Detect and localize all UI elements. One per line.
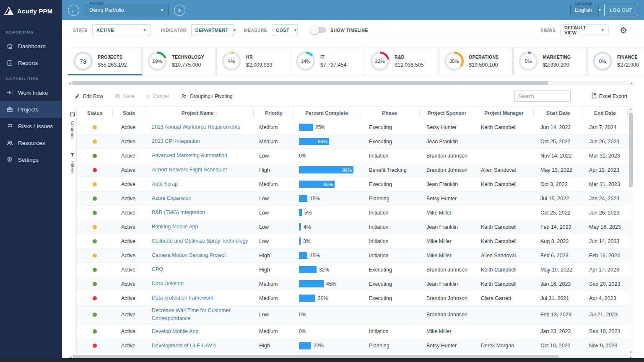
kpi-card-finance[interactable]: 0%FINANCE$272,000 [587, 47, 644, 75]
sidebar-item-work-intake[interactable]: Work Intake [0, 84, 62, 101]
table-row[interactable]: ActiveAuto ScrapMedium65%ExecutingJean F… [77, 177, 628, 191]
columns-tab[interactable]: Columns [68, 111, 76, 139]
save-button[interactable]: Save [115, 93, 135, 99]
state-filter-select[interactable]: ACTIVE ▼ [92, 24, 151, 36]
cell-status [77, 181, 113, 188]
project-name-link[interactable]: Data Deletion [145, 279, 254, 289]
edit-row-button[interactable]: Edit Row [75, 93, 103, 99]
column-header-percent-complete[interactable]: Percent Complete [294, 110, 359, 116]
sidebar-item-projects[interactable]: Projects [0, 101, 62, 118]
scroll-down-icon[interactable]: ▼ [628, 349, 633, 354]
table-row[interactable]: ActiveCamera Motion Sensing ProjectHigh1… [77, 248, 628, 263]
table-row[interactable]: ActiveAirport Network Flight SchedulerHi… [77, 163, 628, 177]
excel-export-button[interactable]: Excel Export [592, 93, 627, 100]
indicator-filter-select[interactable]: DEPARTMENT ▼ [191, 24, 234, 36]
kpi-card-technology[interactable]: 19%TECHNOLOGY$10,775,000 [142, 47, 216, 75]
views-select[interactable]: DEFAULT VIEW ▼ [560, 24, 609, 36]
kpi-card-hr[interactable]: 4%HR$2,009,933 [216, 47, 290, 75]
project-name-link[interactable]: Decrease Wait Time for Customer Correspo… [145, 305, 254, 324]
project-name-link[interactable]: CPQ [145, 264, 254, 275]
table-row[interactable]: ActiveB&B (TMG) IntegrationLow5%Initiati… [77, 206, 628, 220]
cell-phase: Executing [359, 280, 420, 288]
scroll-up-icon[interactable]: ▲ [628, 106, 633, 111]
table-row[interactable]: ActiveDevelop Mobile AppMedium0%Initiati… [77, 325, 628, 339]
cancel-button[interactable]: × Cancel [146, 93, 169, 99]
portfolio-select[interactable]: Portfolio Demo Portfolio ▼ [85, 4, 169, 16]
kpi-horizontal-scrollbar[interactable]: ◄ ► [68, 81, 634, 85]
table-row[interactable]: ActiveCPQHigh32%ExecutingBrandon Johnson… [77, 263, 628, 277]
project-name-link[interactable]: Azure Expansion [145, 193, 254, 204]
table-row[interactable]: ActiveData DeletionMedium45%ExecutingJea… [77, 277, 628, 291]
table-row[interactable]: ActiveAzure ExpansionLow15%PlanningBetsy… [77, 191, 628, 206]
cell-status [77, 124, 113, 131]
cell-start-date: Feb 6, 2023 [534, 251, 582, 260]
scroll-right-icon[interactable]: ► [629, 81, 634, 85]
cell-status [77, 328, 113, 335]
scrollbar-thumb[interactable] [73, 81, 548, 85]
show-timeline-toggle[interactable] [311, 27, 326, 33]
cell-start-date: Feb 14, 2023 [534, 223, 582, 231]
column-header-state[interactable]: State [113, 110, 145, 116]
logout-button[interactable]: LOG OUT [604, 4, 638, 16]
column-header-phase[interactable]: Phase [359, 110, 420, 116]
filters-tab[interactable]: Filters [68, 151, 76, 173]
project-name-link[interactable]: Airport Network Flight Scheduler [145, 165, 254, 175]
back-button[interactable]: ← [68, 5, 79, 16]
status-dot-green [93, 154, 97, 158]
sidebar-item-settings[interactable]: ⚙Settings [0, 151, 62, 168]
table-row[interactable]: ActiveData protection frameworkMedium30%… [77, 291, 628, 305]
chevron-down-icon: ▼ [228, 28, 236, 32]
table-row[interactable]: ActiveDecrease Wait Time for Customer Co… [77, 305, 628, 325]
kpi-card-projects[interactable]: 73PROJECTS$55,263,192 [68, 47, 142, 75]
kpi-card-r-d[interactable]: 22%R&D$12,038,505 [365, 47, 439, 75]
project-name-link[interactable]: Develop Mobile App [145, 326, 254, 337]
column-header-status[interactable]: Status [77, 110, 113, 116]
table-vertical-scrollbar[interactable]: ▲ ▼ [628, 106, 633, 355]
scroll-left-icon[interactable]: ◄ [68, 81, 73, 85]
language-select[interactable]: Language English ▼ [570, 4, 599, 16]
column-header-project-manager[interactable]: Project Manager [474, 110, 534, 116]
table-row[interactable]: Active2023 Annual Workforce Requirements… [77, 120, 628, 134]
cell-start-date: Nov 14, 2022 [534, 152, 582, 160]
search-input[interactable] [514, 90, 571, 102]
progress-bar [299, 266, 317, 273]
project-name-link[interactable]: B&B (TMG) Integration [145, 207, 254, 218]
project-name-link[interactable]: Development of ULE-UAV's [145, 341, 254, 351]
sidebar-item-resources[interactable]: Resources [0, 134, 62, 151]
sidebar-item-dashboard[interactable]: Dashboard [0, 38, 62, 54]
kpi-label: TECHNOLOGY [172, 54, 204, 59]
percent-label: 55% [318, 139, 329, 144]
kpi-card-marketing[interactable]: 5%MARKETING$2,930,200 [513, 47, 587, 75]
topbar: ← Portfolio Demo Portfolio ▼ + Language … [62, 0, 644, 20]
column-header-start-date[interactable]: Start Date [534, 110, 582, 116]
table-row[interactable]: ActiveDevelopment of ULE-UAV'sHigh22%Pla… [77, 339, 628, 353]
project-name-link[interactable]: 2023 Annual Workforce Requirements [145, 122, 254, 132]
state-filter-label: STATE [73, 28, 88, 33]
project-name-link[interactable]: Data protection framework [145, 293, 254, 303]
column-header-project-sponsor[interactable]: Project Sponsor [420, 110, 474, 116]
table-row[interactable]: ActiveAdvanced Marketing AutomationLow0%… [77, 149, 628, 163]
grouping-pivoting-button[interactable]: Grouping / Pivoting [181, 93, 233, 99]
table-row[interactable]: ActiveCalibrate and Optimize Spray Techn… [77, 234, 628, 248]
project-name-link[interactable]: Calibrate and Optimize Spray Technology [145, 236, 254, 246]
sidebar-item-risks-issues[interactable]: Risks / Issues [0, 118, 62, 134]
add-portfolio-button[interactable]: + [174, 5, 185, 16]
kpi-card-it[interactable]: 14%IT$7,737,454 [291, 47, 364, 75]
settings-gear-icon[interactable]: ⚙ [620, 26, 627, 34]
percent-label: 45% [326, 281, 336, 287]
measure-filter-select[interactable]: COST ▼ [272, 24, 298, 36]
project-name-link[interactable]: Camera Motion Sensing Project [145, 250, 254, 261]
kpi-card-operations[interactable]: 35%OPERATIONS$19,500,100 [439, 47, 513, 75]
table-row[interactable]: ActiveBanking Mobile AppLow4%InitiationJ… [77, 220, 628, 234]
sidebar-item-reports[interactable]: Reports [0, 54, 62, 71]
column-header-project-name[interactable]: Project Name ↑ [145, 110, 254, 116]
table-row[interactable]: Active2023 CPI IntegrationMedium55%Execu… [77, 134, 628, 149]
scrollbar-thumb[interactable] [629, 113, 633, 187]
column-header-priority[interactable]: Priority [254, 110, 294, 116]
project-name-link[interactable]: Advanced Marketing Automation [145, 150, 254, 161]
project-name-link[interactable]: 2023 CPI Integration [145, 136, 254, 147]
project-name-link[interactable]: Auto Scrap [145, 179, 254, 189]
column-header-end-date[interactable]: End Date [582, 110, 628, 116]
cell-end-date: Jul 21, 2023 [582, 310, 628, 319]
project-name-link[interactable]: Banking Mobile App [145, 222, 254, 232]
